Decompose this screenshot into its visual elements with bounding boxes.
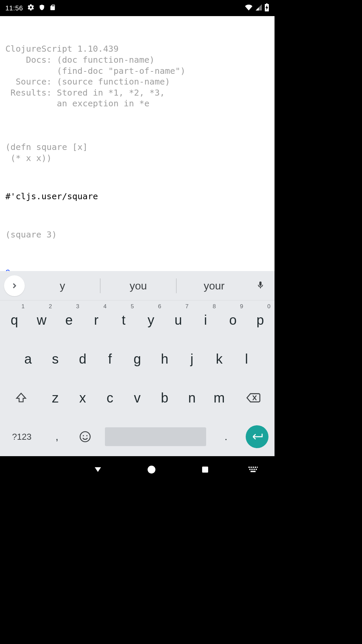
key-z[interactable]: z — [42, 378, 69, 417]
svg-rect-11 — [251, 469, 253, 470]
key-w[interactable]: w2 — [28, 301, 56, 339]
key-f[interactable]: f — [96, 339, 124, 378]
wifi-icon — [244, 4, 253, 13]
mic-icon[interactable] — [252, 279, 269, 292]
svg-rect-8 — [255, 467, 256, 468]
svg-rect-4 — [202, 467, 208, 473]
emoji-key[interactable] — [71, 417, 99, 456]
svg-rect-6 — [251, 467, 252, 468]
key-j[interactable]: j — [178, 339, 206, 378]
svg-rect-7 — [253, 467, 254, 468]
backspace-key[interactable] — [233, 378, 274, 417]
key-k[interactable]: k — [205, 339, 233, 378]
key-b[interactable]: b — [151, 378, 178, 417]
keyboard-suggestion[interactable]: you — [100, 278, 176, 293]
key-m[interactable]: m — [205, 378, 233, 417]
key-e[interactable]: e3 — [55, 301, 83, 339]
svg-point-3 — [147, 466, 155, 473]
status-time: 11:56 — [5, 4, 23, 12]
keyboard-row: zxcvbnm — [1, 378, 274, 417]
svg-rect-9 — [257, 467, 258, 468]
keyboard-suggestion[interactable]: y — [25, 278, 100, 293]
svg-point-0 — [80, 432, 90, 442]
shield-icon — [39, 4, 45, 13]
svg-point-2 — [86, 435, 87, 436]
settings-icon — [27, 4, 35, 13]
key-y[interactable]: y6 — [137, 301, 165, 339]
key-d[interactable]: d — [69, 339, 97, 378]
enter-key[interactable] — [240, 417, 274, 456]
svg-rect-12 — [254, 469, 255, 470]
nav-recent-icon[interactable] — [178, 466, 232, 474]
repl-banner: ClojureScript 1.10.439 Docs: (doc functi… — [5, 43, 269, 109]
period-key[interactable]: . — [212, 417, 240, 456]
key-x[interactable]: x — [69, 378, 97, 417]
nav-back-icon[interactable] — [71, 465, 125, 474]
repl-history-result: 9 — [5, 267, 269, 271]
comma-key[interactable]: , — [43, 417, 71, 456]
key-g[interactable]: g — [124, 339, 151, 378]
repl-history-input: (square 3) — [5, 229, 269, 240]
svg-rect-14 — [251, 471, 256, 472]
key-n[interactable]: n — [178, 378, 206, 417]
keyboard-suggestion[interactable]: your — [177, 278, 252, 293]
repl-history-output: #'cljs.user/square — [5, 191, 269, 202]
shift-key[interactable] — [1, 378, 42, 417]
key-u[interactable]: u7 — [165, 301, 192, 339]
svg-point-1 — [83, 435, 84, 436]
svg-rect-13 — [256, 469, 257, 470]
key-c[interactable]: c — [96, 378, 124, 417]
key-i[interactable]: i8 — [192, 301, 220, 339]
keyboard-row: asdfghjkl — [1, 339, 274, 378]
app-body: ClojureScript 1.10.439 Docs: (doc functi… — [0, 16, 275, 456]
symbols-key[interactable]: ?123 — [1, 417, 43, 456]
key-t[interactable]: t5 — [110, 301, 137, 339]
keyboard-row: q1w2e3r4t5y6u7i8o9p0 — [1, 301, 274, 339]
key-o[interactable]: o9 — [219, 301, 247, 339]
svg-rect-5 — [249, 467, 250, 468]
key-r[interactable]: r4 — [83, 301, 110, 339]
repl-history-input: (defn square [x] (* x x)) — [5, 142, 269, 163]
key-h[interactable]: h — [151, 339, 178, 378]
key-s[interactable]: s — [42, 339, 69, 378]
keyboard-expand-icon[interactable] — [4, 275, 25, 296]
keyboard-suggestion-bar: y you your — [0, 271, 275, 301]
keyboard: y you your q1w2e3r4t5y6u7i8o9p0 asdfghjk… — [0, 271, 275, 456]
key-a[interactable]: a — [14, 339, 42, 378]
key-p[interactable]: p0 — [247, 301, 274, 339]
battery-charging-icon — [264, 3, 269, 13]
cell-signal-icon — [255, 4, 262, 13]
key-q[interactable]: q1 — [1, 301, 28, 339]
space-key[interactable] — [99, 417, 212, 456]
keyboard-row: ?123 , . — [1, 417, 274, 456]
repl-output-area[interactable]: ClojureScript 1.10.439 Docs: (doc functi… — [0, 16, 275, 271]
navigation-bar — [0, 456, 275, 483]
key-v[interactable]: v — [124, 378, 151, 417]
status-bar: 11:56 — [0, 0, 275, 16]
nav-ime-icon[interactable] — [232, 466, 275, 473]
nav-home-icon[interactable] — [125, 465, 178, 474]
key-l[interactable]: l — [233, 339, 260, 378]
svg-rect-10 — [249, 469, 251, 470]
sd-card-icon — [49, 4, 56, 13]
